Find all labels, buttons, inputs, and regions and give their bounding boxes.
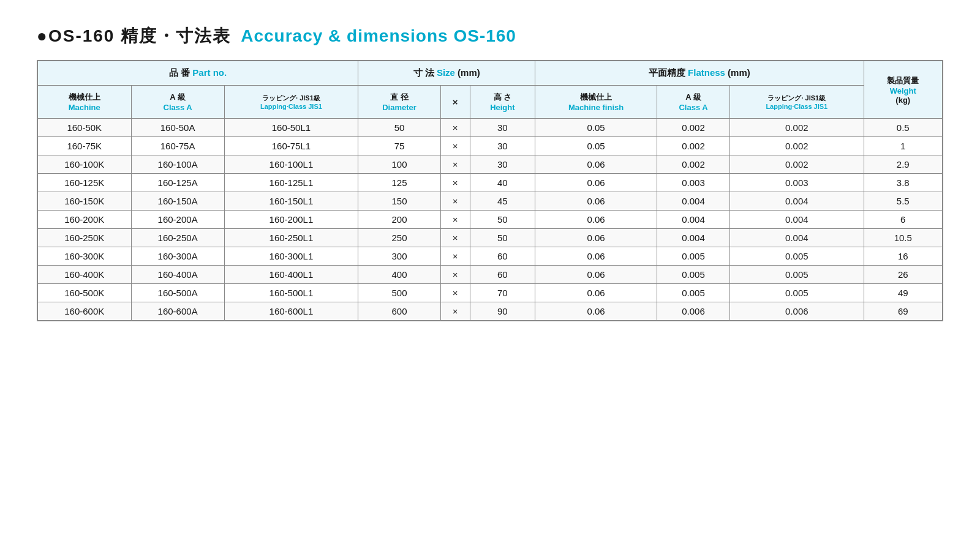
table-cell: 30 xyxy=(470,119,535,137)
table-cell: 49 xyxy=(864,284,943,302)
table-cell: 6 xyxy=(864,211,943,229)
table-cell: 160-50A xyxy=(131,119,224,137)
table-cell: 400 xyxy=(358,266,441,284)
header-weight: 製品質量 Weight (kg) xyxy=(864,61,943,119)
table-cell: 50 xyxy=(470,211,535,229)
table-cell: 3.8 xyxy=(864,174,943,192)
table-cell: 0.005 xyxy=(657,284,730,302)
table-cell: 160-100K xyxy=(37,155,131,174)
table-cell: 0.005 xyxy=(730,266,864,284)
table-cell: 160-600L1 xyxy=(224,302,358,321)
table-cell: 160-125L1 xyxy=(224,174,358,192)
table-cell: × xyxy=(440,266,470,284)
header-part-no: 品 番 Part no. xyxy=(37,61,358,86)
table-cell: 160-100L1 xyxy=(224,155,358,174)
data-table: 品 番 Part no. 寸 法 Size (mm) 平面精度 Flatness… xyxy=(37,60,943,321)
header-flatness: 平面精度 Flatness (mm) xyxy=(535,61,864,86)
table-cell: × xyxy=(440,247,470,266)
table-cell: 0.004 xyxy=(657,211,730,229)
table-cell: 30 xyxy=(470,137,535,155)
table-cell: 160-300A xyxy=(131,247,224,266)
header-sub-lapping: ラッピング· JIS1級 Lapping·Class JIS1 xyxy=(224,86,358,119)
table-row: 160-125K160-125A160-125L1125×400.060.003… xyxy=(37,174,943,192)
table-row: 160-150K160-150A160-150L1150×450.060.004… xyxy=(37,192,943,211)
table-cell: 160-500L1 xyxy=(224,284,358,302)
table-cell: × xyxy=(440,229,470,247)
table-cell: 70 xyxy=(470,284,535,302)
table-cell: 0.005 xyxy=(730,247,864,266)
table-cell: 0.06 xyxy=(535,211,657,229)
table-cell: 160-200A xyxy=(131,211,224,229)
table-cell: 160-125A xyxy=(131,174,224,192)
table-cell: × xyxy=(440,174,470,192)
table-cell: 0.002 xyxy=(657,119,730,137)
table-cell: 160-150A xyxy=(131,192,224,211)
header-sub-diam: 直 径 Diameter xyxy=(358,86,441,119)
table-row: 160-250K160-250A160-250L1250×500.060.004… xyxy=(37,229,943,247)
title-en: Accuracy & dimensions OS-160 xyxy=(241,26,516,46)
table-cell: 160-50K xyxy=(37,119,131,137)
table-cell: 60 xyxy=(470,247,535,266)
table-cell: 0.002 xyxy=(730,155,864,174)
table-cell: 0.002 xyxy=(657,137,730,155)
table-cell: 1 xyxy=(864,137,943,155)
table-cell: 300 xyxy=(358,247,441,266)
table-cell: 0.002 xyxy=(657,155,730,174)
table-cell: 160-250L1 xyxy=(224,229,358,247)
table-cell: 160-100A xyxy=(131,155,224,174)
table-cell: 0.006 xyxy=(730,302,864,321)
table-cell: 160-125K xyxy=(37,174,131,192)
table-cell: 0.006 xyxy=(657,302,730,321)
table-cell: 160-250A xyxy=(131,229,224,247)
table-cell: 0.005 xyxy=(730,284,864,302)
table-cell: 75 xyxy=(358,137,441,155)
table-cell: 160-50L1 xyxy=(224,119,358,137)
table-cell: 250 xyxy=(358,229,441,247)
table-cell: 200 xyxy=(358,211,441,229)
table-cell: × xyxy=(440,137,470,155)
table-cell: × xyxy=(440,302,470,321)
table-cell: 2.9 xyxy=(864,155,943,174)
header-sub-classa: A 級 Class A xyxy=(131,86,224,119)
table-cell: 160-150K xyxy=(37,192,131,211)
table-cell: 160-600K xyxy=(37,302,131,321)
table-cell: 10.5 xyxy=(864,229,943,247)
table-cell: 160-200K xyxy=(37,211,131,229)
table-row: 160-200K160-200A160-200L1200×500.060.004… xyxy=(37,211,943,229)
table-cell: 150 xyxy=(358,192,441,211)
table-cell: 45 xyxy=(470,192,535,211)
table-row: 160-600K160-600A160-600L1600×900.060.006… xyxy=(37,302,943,321)
table-cell: 125 xyxy=(358,174,441,192)
table-cell: 0.004 xyxy=(730,211,864,229)
table-cell: 0.003 xyxy=(657,174,730,192)
table-cell: 0.05 xyxy=(535,119,657,137)
table-cell: 30 xyxy=(470,155,535,174)
table-cell: 50 xyxy=(470,229,535,247)
table-cell: 16 xyxy=(864,247,943,266)
table-cell: 5.5 xyxy=(864,192,943,211)
table-row: 160-75K160-75A160-75L175×300.050.0020.00… xyxy=(37,137,943,155)
table-cell: 0.005 xyxy=(657,247,730,266)
table-cell: 0.06 xyxy=(535,247,657,266)
table-cell: 40 xyxy=(470,174,535,192)
table-cell: 0.06 xyxy=(535,284,657,302)
table-cell: 500 xyxy=(358,284,441,302)
table-cell: 50 xyxy=(358,119,441,137)
table-cell: 160-400K xyxy=(37,266,131,284)
table-row: 160-50K160-50A160-50L150×300.050.0020.00… xyxy=(37,119,943,137)
table-cell: 160-600A xyxy=(131,302,224,321)
table-cell: 0.06 xyxy=(535,302,657,321)
header-sub-flat-lapping: ラッピング· JIS1級 Lapping·Class JIS1 xyxy=(730,86,864,119)
table-cell: 0.002 xyxy=(730,119,864,137)
table-cell: 0.06 xyxy=(535,192,657,211)
table-cell: 160-75A xyxy=(131,137,224,155)
table-cell: × xyxy=(440,211,470,229)
table-cell: 26 xyxy=(864,266,943,284)
table-cell: × xyxy=(440,155,470,174)
table-cell: 160-75K xyxy=(37,137,131,155)
table-cell: 60 xyxy=(470,266,535,284)
table-cell: 160-250K xyxy=(37,229,131,247)
header-sub-flat-a: A 級 Class A xyxy=(657,86,730,119)
table-cell: 160-400A xyxy=(131,266,224,284)
table-row: 160-400K160-400A160-400L1400×600.060.005… xyxy=(37,266,943,284)
